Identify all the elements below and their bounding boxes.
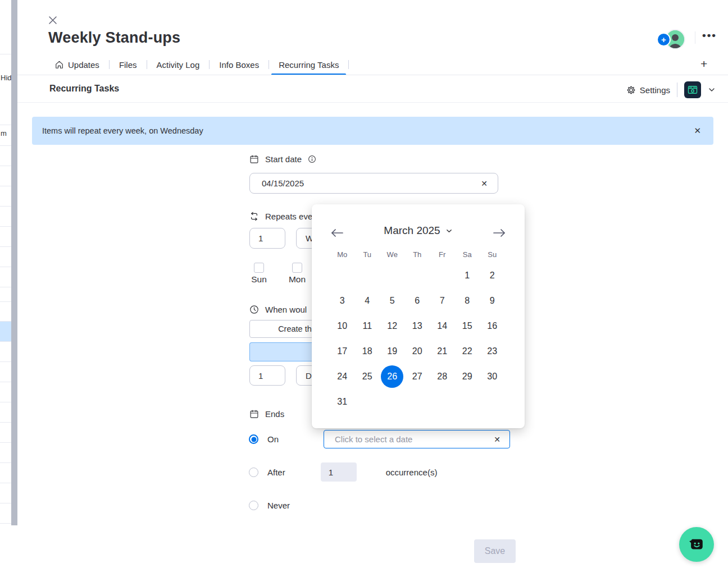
start-date-label: Start date bbox=[265, 154, 302, 164]
calendar-day[interactable]: 15 bbox=[455, 313, 480, 338]
day-checkbox-sun: Sun bbox=[242, 263, 276, 285]
background-row-line bbox=[0, 402, 11, 402]
add-subscriber-button[interactable]: + bbox=[657, 33, 671, 47]
calendar-day[interactable]: 27 bbox=[405, 364, 430, 389]
page-title: Weekly Stand-ups bbox=[48, 29, 180, 47]
background-text-fragment: m bbox=[1, 129, 7, 138]
next-month-icon[interactable] bbox=[490, 225, 509, 241]
tab-recurring-tasks[interactable]: Recurring Tasks bbox=[269, 55, 348, 74]
chat-widget-button[interactable] bbox=[679, 527, 714, 562]
calendar-day[interactable]: 17 bbox=[330, 338, 355, 364]
calendar-day[interactable]: 25 bbox=[355, 364, 380, 389]
background-row-line bbox=[0, 442, 11, 443]
footer-fade bbox=[17, 516, 728, 568]
background-row-line bbox=[0, 301, 11, 302]
calendar-day[interactable]: 7 bbox=[430, 288, 455, 313]
weekday-label: Su bbox=[480, 248, 505, 260]
view-selector-button[interactable] bbox=[684, 81, 701, 98]
calendar-day[interactable]: 26 bbox=[380, 364, 405, 389]
background-row-line bbox=[0, 422, 11, 423]
occurrences-suffix: occurrence(s) bbox=[386, 468, 438, 477]
divider bbox=[17, 102, 728, 103]
banner-text: Items will repeat every week, on Wednesd… bbox=[42, 126, 203, 135]
calendar-day[interactable]: 8 bbox=[455, 288, 480, 313]
calendar-day[interactable]: 2 bbox=[480, 263, 505, 288]
calendar-day[interactable]: 1 bbox=[455, 263, 480, 288]
day-checkbox-mon: Mon bbox=[280, 263, 315, 285]
subscribers: + bbox=[657, 29, 685, 49]
calendar-day[interactable]: 24 bbox=[330, 364, 355, 389]
repeats-label: Repeats eve bbox=[265, 212, 312, 221]
background-row-line bbox=[0, 361, 11, 362]
background-row-line bbox=[0, 287, 11, 287]
clear-date-icon[interactable]: ✕ bbox=[479, 179, 490, 188]
background-row-line bbox=[0, 54, 11, 54]
calendar-day[interactable]: 6 bbox=[405, 288, 430, 313]
tab-activity-log[interactable]: Activity Log bbox=[147, 55, 210, 74]
item-card-dialog: Weekly Stand-ups + ••• Updates Files bbox=[17, 0, 728, 568]
repeat-interval-input[interactable]: 1 bbox=[249, 228, 285, 249]
calendar-day[interactable]: 13 bbox=[405, 313, 430, 338]
calendar-day[interactable]: 22 bbox=[455, 338, 480, 364]
calendar-empty-cell bbox=[455, 389, 480, 414]
tab-info-boxes[interactable]: Info Boxes bbox=[210, 55, 269, 74]
weekday-label: We bbox=[380, 248, 405, 260]
calendar-day[interactable]: 18 bbox=[355, 338, 380, 364]
checkbox-sun[interactable] bbox=[254, 263, 264, 273]
radio-ends-on[interactable] bbox=[249, 434, 258, 444]
calendar-day[interactable]: 4 bbox=[355, 288, 380, 313]
calendar-day[interactable]: 11 bbox=[355, 313, 380, 338]
background-row-line bbox=[0, 125, 11, 125]
banner-close-icon[interactable]: ✕ bbox=[691, 123, 703, 138]
divider bbox=[677, 83, 677, 97]
date-picker-popup: March 2025 MoTuWeThFrSaSu 12345678910111… bbox=[312, 204, 525, 428]
calendar-day[interactable]: 3 bbox=[330, 288, 355, 313]
clear-date-icon[interactable]: ✕ bbox=[492, 435, 503, 444]
tab-files[interactable]: Files bbox=[110, 55, 147, 74]
calendar-empty-cell bbox=[380, 389, 405, 414]
calendar-day[interactable]: 19 bbox=[380, 338, 405, 364]
home-icon bbox=[54, 60, 64, 70]
scrollbar[interactable] bbox=[11, 0, 17, 525]
calendar-grid: 1234567891011121314151617181920212223242… bbox=[330, 263, 505, 414]
radio-ends-never[interactable] bbox=[249, 501, 258, 510]
more-menu-icon[interactable]: ••• bbox=[702, 29, 717, 42]
calendar-day[interactable]: 10 bbox=[330, 313, 355, 338]
background-row-line bbox=[0, 166, 11, 166]
calendar-day[interactable]: 28 bbox=[430, 364, 455, 389]
occurrences-input[interactable]: 1 bbox=[321, 462, 357, 482]
checkbox-mon[interactable] bbox=[292, 263, 302, 273]
chevron-down-icon[interactable] bbox=[708, 86, 716, 94]
calendar-empty-cell bbox=[480, 389, 505, 414]
calendar-day[interactable]: 9 bbox=[480, 288, 505, 313]
info-banner: Items will repeat every week, on Wednesd… bbox=[32, 117, 713, 145]
info-icon[interactable] bbox=[308, 155, 316, 163]
calendar-day[interactable]: 12 bbox=[380, 313, 405, 338]
save-button[interactable]: Save bbox=[474, 539, 516, 563]
calendar-empty-cell bbox=[355, 263, 380, 288]
calendar-day[interactable]: 16 bbox=[480, 313, 505, 338]
repeat-icon bbox=[249, 212, 259, 221]
calendar-day[interactable]: 20 bbox=[405, 338, 430, 364]
close-icon[interactable] bbox=[47, 14, 59, 26]
weekday-label: Mo bbox=[330, 248, 355, 260]
when-interval-input[interactable]: 1 bbox=[249, 365, 285, 386]
start-date-input[interactable]: 04/15/2025 ✕ bbox=[249, 173, 498, 194]
calendar-day[interactable]: 21 bbox=[430, 338, 455, 364]
radio-ends-after[interactable] bbox=[249, 468, 258, 477]
calendar-day[interactable]: 30 bbox=[480, 364, 505, 389]
background-row-line bbox=[0, 186, 11, 186]
tab-updates[interactable]: Updates bbox=[45, 55, 109, 74]
ends-on-date-input[interactable]: Click to select a date ✕ bbox=[324, 430, 510, 448]
section-title: Recurring Tasks bbox=[49, 84, 119, 94]
calendar-day[interactable]: 14 bbox=[430, 313, 455, 338]
calendar-day[interactable]: 5 bbox=[380, 288, 405, 313]
calendar-day[interactable]: 29 bbox=[455, 364, 480, 389]
background-row-line bbox=[0, 145, 11, 146]
calendar-day[interactable]: 23 bbox=[480, 338, 505, 364]
recurring-view-icon bbox=[687, 84, 698, 95]
calendar-day[interactable]: 31 bbox=[330, 389, 355, 414]
calendar-empty-cell bbox=[405, 389, 430, 414]
settings-button[interactable]: Settings bbox=[626, 85, 670, 95]
add-tab-button[interactable]: + bbox=[700, 58, 707, 70]
